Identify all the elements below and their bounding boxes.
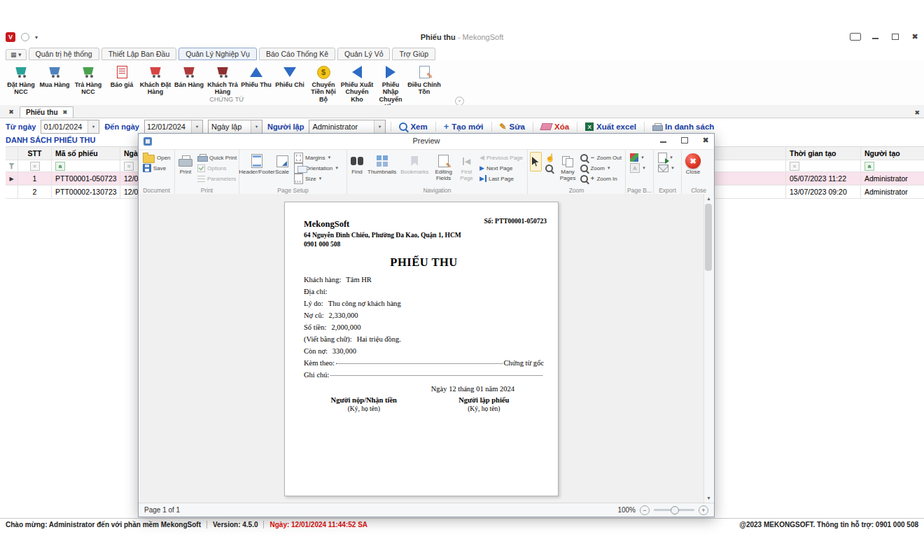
close-preview-button[interactable]: Close bbox=[684, 152, 702, 176]
zoom-in-icon[interactable]: + bbox=[699, 505, 708, 515]
hand-tool-button[interactable] bbox=[543, 153, 557, 162]
close-tab-icon[interactable] bbox=[63, 109, 68, 115]
receipt-line-address: Địa chỉ: bbox=[304, 288, 544, 295]
zoom-slider-thumb[interactable] bbox=[671, 506, 679, 514]
receipt-line-old-debt: Nợ cũ:2,330,000 bbox=[304, 312, 544, 319]
watermark-button[interactable] bbox=[628, 163, 648, 173]
display-icon[interactable] bbox=[850, 33, 861, 41]
preview-minimize-button[interactable] bbox=[659, 136, 668, 144]
bookmarks-button[interactable]: Bookmarks bbox=[399, 152, 430, 176]
tab-quan-ly-nghiep-vu[interactable]: Quản Lý Nghiệp Vụ bbox=[178, 48, 257, 60]
save-button[interactable]: Save bbox=[141, 163, 173, 173]
zoom-out-button[interactable]: −Zoom Out bbox=[578, 153, 624, 162]
create-new-button[interactable]: Tạo mới bbox=[441, 122, 486, 131]
next-page-button[interactable]: Next Page bbox=[477, 163, 525, 173]
date-type-value: Ngày lập bbox=[209, 122, 251, 131]
options-button[interactable]: Options bbox=[195, 163, 239, 173]
zoom-button[interactable]: Zoom bbox=[578, 163, 624, 173]
delete-button[interactable]: Xóa bbox=[538, 122, 572, 131]
column-header-created[interactable]: Thời gian tạo bbox=[786, 147, 861, 160]
close-all-tabs-icon[interactable] bbox=[6, 106, 17, 117]
arrow-down-icon bbox=[284, 67, 296, 77]
zoom-out-icon[interactable]: − bbox=[640, 505, 650, 515]
many-pages-button[interactable]: Many Pages bbox=[559, 152, 578, 183]
edit-button[interactable]: Sửa bbox=[497, 122, 528, 132]
margins-button[interactable]: Margins bbox=[292, 153, 341, 162]
print-list-button[interactable]: In danh sách bbox=[650, 122, 717, 131]
close-window-button[interactable] bbox=[910, 32, 920, 41]
magnifier-tool-button[interactable] bbox=[543, 163, 557, 173]
preview-title-bar[interactable]: Preview bbox=[139, 134, 714, 149]
column-header-code[interactable]: Mã số phiếu bbox=[52, 147, 120, 160]
equals-filter-icon[interactable] bbox=[30, 162, 40, 171]
from-date-field[interactable] bbox=[41, 122, 88, 131]
date-type-select[interactable]: Ngày lập bbox=[208, 120, 262, 134]
tabstrip-close-icon[interactable] bbox=[914, 109, 920, 116]
menu-grid-icon[interactable] bbox=[6, 49, 27, 60]
equals-filter-icon[interactable] bbox=[790, 162, 799, 171]
editing-fields-button[interactable]: Editing Fields bbox=[431, 152, 456, 183]
export-to-button[interactable] bbox=[656, 153, 677, 162]
chevron-down-icon[interactable] bbox=[88, 120, 99, 133]
cart-icon bbox=[15, 67, 27, 78]
view-button[interactable]: Xem bbox=[396, 122, 430, 131]
first-page-button[interactable]: First Page bbox=[457, 152, 476, 183]
pointer-tool-button[interactable] bbox=[530, 152, 542, 172]
printer-icon bbox=[652, 123, 662, 131]
creator-select[interactable]: Administrator bbox=[309, 120, 386, 134]
export-excel-button[interactable]: Xuất excel bbox=[582, 122, 639, 131]
print-button[interactable]: Print bbox=[177, 152, 194, 176]
previous-page-button[interactable]: Previous Page bbox=[477, 153, 525, 162]
scrollbar-thumb[interactable] bbox=[705, 204, 712, 271]
column-header-creator[interactable]: Người tạo bbox=[861, 147, 924, 160]
status-version: Version: 4.5.0 bbox=[213, 521, 258, 528]
find-button[interactable]: Find bbox=[349, 152, 365, 176]
company-address: 64 Nguyễn Đình Chiểu, Phường Đa Kao, Quậ… bbox=[304, 232, 544, 239]
parameters-button[interactable]: Parameters bbox=[195, 174, 239, 183]
page-color-button[interactable] bbox=[628, 153, 648, 162]
quick-print-button[interactable]: Quick Print bbox=[195, 153, 239, 162]
to-date-input[interactable] bbox=[144, 120, 203, 134]
size-button[interactable]: Size bbox=[292, 174, 341, 183]
column-header-stt[interactable]: STT bbox=[18, 147, 52, 160]
from-date-input[interactable] bbox=[41, 120, 99, 134]
text-filter-icon[interactable] bbox=[55, 162, 65, 171]
minus-icon: − bbox=[590, 154, 594, 161]
thumbnails-button[interactable]: Thumbnails bbox=[366, 152, 398, 176]
chevron-down-icon[interactable] bbox=[191, 120, 202, 133]
scroll-up-icon[interactable] bbox=[704, 194, 713, 203]
chevron-down-icon[interactable] bbox=[251, 120, 262, 133]
tab-quan-tri-he-thong[interactable]: Quản trị hệ thống bbox=[29, 48, 99, 60]
cell-code: PTT00001-050723 bbox=[52, 172, 120, 185]
open-button[interactable]: Open bbox=[141, 153, 173, 162]
minimize-button[interactable] bbox=[871, 32, 881, 41]
toolbar-group-document: Open Save Document bbox=[139, 150, 175, 195]
zoom-slider[interactable] bbox=[654, 509, 694, 511]
tab-thiet-lap-ban-dau[interactable]: Thiết Lập Ban Đầu bbox=[102, 48, 177, 60]
tab-quan-ly-vo[interactable]: Quản Lý Vỏ bbox=[337, 48, 390, 60]
restore-button[interactable] bbox=[890, 32, 900, 41]
preview-close-button[interactable] bbox=[701, 136, 710, 144]
filter-cell-creator[interactable] bbox=[861, 160, 924, 172]
last-page-button[interactable]: Last Page bbox=[477, 174, 525, 183]
text-filter-icon[interactable] bbox=[864, 162, 874, 171]
send-email-button[interactable] bbox=[656, 163, 677, 173]
filter-cell-stt[interactable] bbox=[18, 160, 52, 172]
toolbar-group-zoom: Many Pages −Zoom Out Zoom +Zoom In Zoom bbox=[528, 150, 626, 195]
doc-tab-phieu-thu[interactable]: Phiếu thu bbox=[20, 106, 74, 118]
preview-scrollbar[interactable] bbox=[704, 194, 713, 503]
tab-bao-cao-thong-ke[interactable]: Báo Cáo Thống Kê bbox=[259, 48, 335, 60]
zoom-in-button[interactable]: +Zoom In bbox=[578, 174, 624, 183]
filter-cell-code[interactable] bbox=[52, 160, 120, 172]
chevron-down-icon[interactable] bbox=[374, 120, 385, 133]
scale-button[interactable]: Scale bbox=[274, 152, 290, 176]
cart-icon bbox=[217, 67, 229, 78]
filter-cell-created[interactable] bbox=[786, 160, 861, 172]
to-date-field[interactable] bbox=[145, 122, 191, 131]
scroll-down-icon[interactable] bbox=[704, 493, 713, 503]
orientation-button[interactable]: Orientation bbox=[292, 163, 341, 173]
header-footer-button[interactable]: Header/Footer bbox=[241, 152, 272, 176]
equals-filter-icon[interactable] bbox=[124, 162, 134, 171]
preview-maximize-button[interactable] bbox=[680, 136, 690, 144]
tab-tro-giup[interactable]: Trợ Giúp bbox=[392, 48, 435, 60]
